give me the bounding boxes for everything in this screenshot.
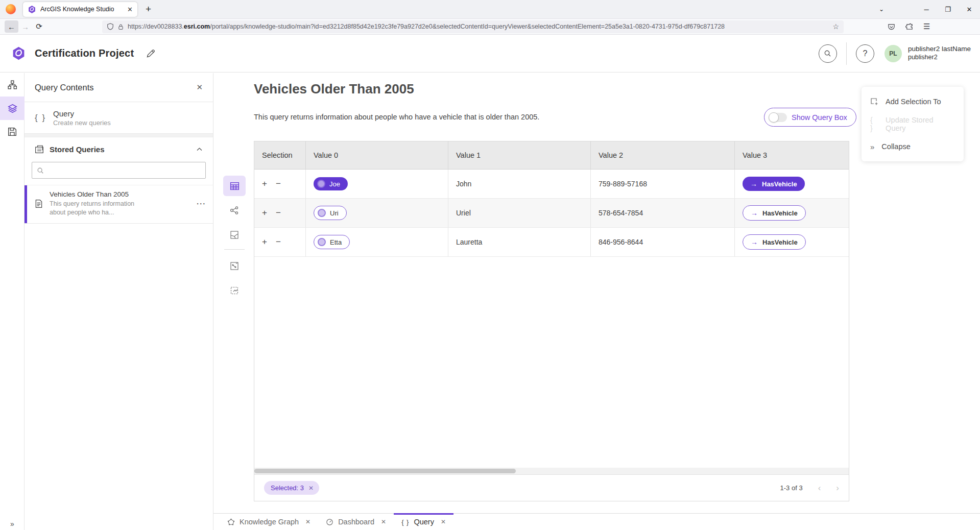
map-icon [230, 230, 239, 239]
entity-dot-icon [317, 180, 325, 188]
rail-knowledge-graph-button[interactable] [0, 73, 25, 97]
horizontal-scrollbar[interactable] [254, 468, 849, 474]
dashboard-gauge-icon [326, 518, 333, 526]
selection-marquee-icon [230, 286, 239, 295]
remove-selection-minus-icon[interactable]: − [276, 237, 281, 247]
stored-queries-search[interactable] [32, 162, 206, 179]
tab-close-icon[interactable]: ✕ [441, 518, 446, 525]
selected-count-chip[interactable]: Selected: 3 ✕ [264, 481, 319, 495]
tab-query[interactable]: { } Query ✕ [394, 514, 453, 530]
expand-selection-plus-icon[interactable]: + [262, 208, 267, 218]
url-bar[interactable]: https://dev0028833.esri.com/portal/apps/… [102, 20, 844, 33]
extensions-puzzle-icon[interactable] [905, 23, 913, 31]
stored-queries-header[interactable]: Stored Queries [25, 137, 213, 161]
table-icon [230, 181, 240, 191]
user-info[interactable]: publisher2 lastName publisher2 [908, 45, 971, 62]
table-footer: Selected: 3 ✕ 1-3 of 3 ‹ › [254, 474, 849, 501]
browser-tab[interactable]: ArcGIS Knowledge Studio ✕ [23, 2, 137, 17]
column-header[interactable]: Value 1 [448, 141, 591, 169]
tab-dashboard[interactable]: Dashboard ✕ [318, 514, 394, 530]
reload-button[interactable]: ⟳ [32, 20, 46, 33]
previous-page-chevron-icon[interactable]: ‹ [818, 483, 821, 493]
search-input[interactable] [47, 166, 201, 174]
spatial-selection-button[interactable] [223, 280, 246, 301]
column-header[interactable]: Value 0 [306, 141, 448, 169]
add-to-link-chart-button[interactable] [223, 256, 246, 276]
stored-queries-drawer-icon [35, 144, 44, 154]
entity-pill[interactable]: Joe [314, 177, 348, 190]
column-header[interactable]: Value 2 [591, 141, 735, 169]
edit-pencil-icon[interactable] [146, 49, 155, 58]
arrow-right-icon: → [751, 238, 758, 246]
relationship-pill[interactable]: →HasVehicle [743, 177, 805, 191]
project-title: Certification Project [35, 47, 134, 59]
menu-hamburger-icon[interactable]: ☰ [923, 22, 930, 31]
collapse-chevron-up-icon[interactable] [196, 146, 203, 153]
expand-rail-chevrons-icon[interactable]: » [0, 520, 25, 528]
entity-pill[interactable]: Etta [314, 235, 350, 249]
remove-selection-minus-icon[interactable]: − [276, 179, 281, 189]
window-minimize-button[interactable]: ─ [916, 6, 937, 13]
pocket-icon[interactable] [888, 23, 895, 31]
next-page-chevron-icon[interactable]: › [836, 483, 839, 493]
link-chart-button[interactable] [223, 200, 246, 221]
stored-query-description: This query returns information about peo… [50, 200, 152, 217]
menu-item-collapse[interactable]: » Collapse [862, 135, 964, 158]
cell-value: 846-956-8644 [599, 238, 643, 246]
menu-item-update-stored-query[interactable]: { } Update Stored Query [862, 113, 964, 135]
show-query-box-toggle[interactable]: Show Query Box [764, 108, 856, 127]
window-restore-button[interactable]: ❐ [937, 6, 959, 13]
new-query-item[interactable]: { } Query Create new queries [25, 102, 213, 134]
avatar[interactable]: PL [885, 45, 902, 62]
firefox-icon[interactable] [6, 4, 16, 14]
results-table: Selection Value 0 Value 1 Value 2 Value … [254, 141, 849, 501]
lock-icon[interactable] [117, 23, 124, 30]
arrow-right-icon: → [750, 180, 757, 188]
relationship-pill[interactable]: →HasVehicle [743, 205, 806, 221]
relationship-pill[interactable]: →HasVehicle [743, 234, 806, 250]
tab-list-chevron-icon[interactable]: ⌄ [871, 6, 892, 13]
back-button[interactable]: ← [5, 20, 18, 33]
knowledge-graph-icon [227, 518, 235, 526]
tab-close-icon[interactable]: ✕ [381, 518, 386, 525]
stored-query-item[interactable]: Vehicles Older Than 2005 This query retu… [25, 185, 213, 224]
help-button[interactable]: ? [856, 44, 874, 63]
app-header: Certification Project ? PL publisher2 la… [0, 35, 980, 73]
expand-selection-plus-icon[interactable]: + [262, 179, 267, 189]
tab-close-icon[interactable]: ✕ [127, 6, 133, 13]
cell-value: John [456, 180, 471, 188]
rail-save-button[interactable] [0, 120, 25, 143]
scrollbar-thumb[interactable] [254, 469, 516, 473]
tab-knowledge-graph[interactable]: Knowledge Graph ✕ [220, 514, 318, 530]
window-close-button[interactable]: ✕ [959, 6, 980, 13]
panel-close-icon[interactable]: ✕ [196, 83, 203, 92]
tab-close-icon[interactable]: ✕ [305, 518, 310, 525]
bookmark-star-icon[interactable]: ☆ [832, 22, 839, 31]
toggle-switch[interactable] [769, 113, 787, 122]
new-tab-button[interactable]: + [146, 4, 151, 15]
browser-tab-strip: ArcGIS Knowledge Studio ✕ + ⌄ ─ ❐ ✕ [0, 0, 980, 19]
table-header: Selection Value 0 Value 1 Value 2 Value … [254, 141, 849, 170]
forward-button[interactable]: → [18, 20, 32, 33]
tracking-shield-icon[interactable] [107, 23, 114, 30]
menu-item-add-selection-to[interactable]: Add Selection To [862, 90, 964, 113]
map-view-button[interactable] [223, 225, 246, 245]
search-icon [824, 50, 831, 57]
view-toolbar [222, 176, 247, 305]
column-header[interactable]: Value 3 [735, 141, 849, 169]
url-text: https://dev0028833.esri.com/portal/apps/… [128, 23, 725, 30]
bottom-tab-bar: Knowledge Graph ✕ Dashboard ✕ { } Query … [213, 513, 980, 530]
more-options-ellipsis-icon[interactable]: ⋯ [196, 198, 206, 209]
table-view-button[interactable] [223, 176, 246, 196]
remove-selection-minus-icon[interactable]: − [276, 208, 281, 218]
search-button[interactable] [819, 44, 837, 63]
clear-selection-icon[interactable]: ✕ [308, 485, 314, 492]
column-header[interactable]: Selection [254, 141, 306, 169]
rail-contents-button[interactable] [0, 97, 25, 120]
left-icon-rail: » [0, 73, 25, 530]
user-name: publisher2 lastName [908, 45, 971, 54]
entity-pill[interactable]: Uri [314, 206, 347, 220]
section-gap [25, 134, 213, 137]
toggle-label: Show Query Box [792, 113, 847, 122]
expand-selection-plus-icon[interactable]: + [262, 237, 267, 247]
